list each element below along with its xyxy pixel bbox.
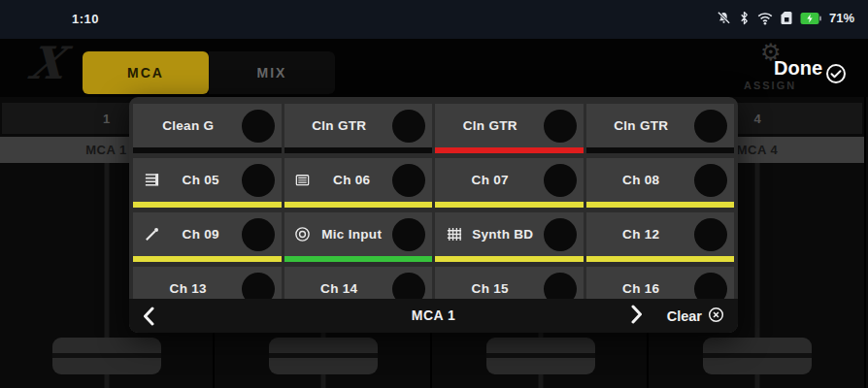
fader-cap[interactable]: [486, 338, 595, 374]
channel-color-strip: [586, 147, 735, 153]
channel-button[interactable]: Ch 08: [586, 158, 735, 208]
channel-button-face[interactable]: Synth BD: [435, 212, 584, 256]
channel-label: Clean G: [143, 118, 234, 133]
channel-knob[interactable]: [694, 218, 727, 251]
amp-icon: [294, 172, 312, 189]
check-circle-icon[interactable]: [825, 63, 847, 88]
channel-label: Ch 16: [596, 281, 687, 296]
footer-right-group: Clear: [631, 299, 724, 333]
bluetooth-icon: [739, 11, 750, 25]
channel-color-strip: [435, 256, 584, 262]
battery-percent: 71%: [829, 11, 854, 25]
channel-button[interactable]: Ch 09: [133, 212, 282, 262]
channel-knob[interactable]: [242, 110, 275, 143]
channel-knob[interactable]: [544, 218, 577, 251]
channel-button-face[interactable]: Ch 08: [586, 158, 735, 202]
channel-button[interactable]: Cln GTR: [284, 104, 433, 153]
channel-button-face[interactable]: Cln GTR: [586, 104, 735, 147]
channel-label: Ch 13: [143, 281, 234, 296]
fader-cap[interactable]: [52, 338, 161, 374]
channel-label: Ch 07: [445, 173, 536, 187]
tab-mix[interactable]: MIX: [209, 51, 335, 94]
channel-label: Cln GTR: [596, 118, 687, 133]
channel-button-face[interactable]: Ch 12: [586, 212, 735, 256]
fader-cap[interactable]: [703, 338, 812, 374]
channel-label: Ch 05: [168, 173, 234, 187]
channel-button[interactable]: Ch 06: [284, 158, 433, 208]
channel-button-face[interactable]: Ch 06: [284, 158, 433, 202]
header-bar: X MCA MIX ⚙ ASSIGN Done: [0, 39, 868, 97]
channel-button-face[interactable]: Clean G: [133, 104, 282, 147]
channel-knob[interactable]: [694, 164, 727, 197]
done-button[interactable]: Done: [774, 57, 822, 80]
clear-x-circle-icon: [708, 307, 724, 326]
channel-label: Cln GTR: [294, 118, 385, 133]
channel-button[interactable]: Cln GTR: [586, 104, 735, 153]
channel-color-strip: [284, 147, 433, 153]
channel-row: Ch 05Ch 06Ch 07Ch 08: [133, 158, 734, 208]
channel-label: Ch 09: [168, 227, 234, 242]
channel-color-strip: [586, 202, 735, 208]
channel-knob[interactable]: [544, 164, 577, 197]
mixer-app-screen: 1:10 71% X MCA MIX ⚙ ASSIGN Done 1MCA 14…: [0, 0, 868, 388]
x-console-logo: X: [24, 37, 68, 89]
channel-button[interactable]: Clean G: [133, 104, 282, 153]
channel-knob[interactable]: [242, 164, 275, 197]
channel-button[interactable]: Ch 07: [435, 158, 584, 208]
drumstick-icon: [143, 226, 160, 243]
layer-tabs: MCA MIX: [83, 51, 335, 94]
channel-knob[interactable]: [694, 110, 727, 143]
channel-button[interactable]: Synth BD: [435, 212, 584, 262]
tab-mca[interactable]: MCA: [83, 51, 209, 94]
channel-label: Synth BD: [470, 227, 536, 242]
channel-button-face[interactable]: Ch 09: [133, 212, 282, 256]
channel-row: Ch 09Mic InputSynth BDCh 12: [133, 212, 734, 262]
status-icons: 71%: [717, 11, 854, 25]
channel-button-face[interactable]: Mic Input: [284, 212, 433, 256]
channel-button[interactable]: Ch 12: [586, 212, 735, 262]
channel-button-face[interactable]: Cln GTR: [284, 104, 433, 147]
channel-color-strip: [284, 202, 433, 208]
channel-label: Ch 08: [596, 173, 687, 187]
channel-button[interactable]: Mic Input: [284, 212, 433, 262]
fader-cap[interactable]: [269, 338, 378, 374]
keys-icon: [143, 172, 160, 189]
battery-charging-icon: [800, 12, 821, 25]
status-bar: 1:10 71%: [0, 0, 868, 39]
assign-button-label[interactable]: ASSIGN: [744, 80, 796, 91]
channel-knob[interactable]: [392, 218, 425, 251]
channel-label: Mic Input: [319, 227, 385, 242]
channel-color-strip: [435, 202, 584, 208]
assign-modal: Clean GCln GTRCln GTRCln GTRCh 05Ch 06Ch…: [129, 97, 738, 333]
channel-label: Ch 14: [294, 281, 385, 296]
channel-knob[interactable]: [544, 110, 577, 143]
channel-knob[interactable]: [392, 110, 425, 143]
channel-label: Ch 15: [445, 281, 536, 296]
channel-button-face[interactable]: Ch 07: [435, 158, 584, 202]
channel-button[interactable]: Ch 05: [133, 158, 282, 208]
channel-color-strip: [284, 256, 433, 262]
channel-label: Ch 06: [319, 173, 385, 187]
wifi-icon: [757, 12, 773, 25]
clear-button-label: Clear: [667, 308, 702, 324]
mic-icon: [294, 226, 312, 243]
sd-card-icon: [781, 11, 792, 25]
channel-color-strip: [133, 256, 282, 262]
channel-button-face[interactable]: Cln GTR: [435, 104, 584, 147]
channel-color-strip: [133, 147, 282, 153]
channel-color-strip: [586, 256, 735, 262]
channel-button[interactable]: Cln GTR: [435, 104, 584, 153]
channel-label: Ch 12: [596, 227, 687, 242]
sequencer-icon: [445, 226, 462, 243]
channel-color-strip: [435, 147, 584, 153]
next-arrow-button[interactable]: [631, 305, 644, 328]
channel-row: Clean GCln GTRCln GTRCln GTR: [133, 104, 734, 153]
channel-color-strip: [133, 202, 282, 208]
channel-grid: Clean GCln GTRCln GTRCln GTRCh 05Ch 06Ch…: [133, 104, 734, 321]
clock: 1:10: [72, 12, 99, 26]
channel-label: Cln GTR: [445, 118, 536, 133]
channel-knob[interactable]: [392, 164, 425, 197]
clear-button[interactable]: Clear: [667, 307, 724, 326]
channel-button-face[interactable]: Ch 05: [133, 158, 282, 202]
channel-knob[interactable]: [242, 218, 275, 251]
